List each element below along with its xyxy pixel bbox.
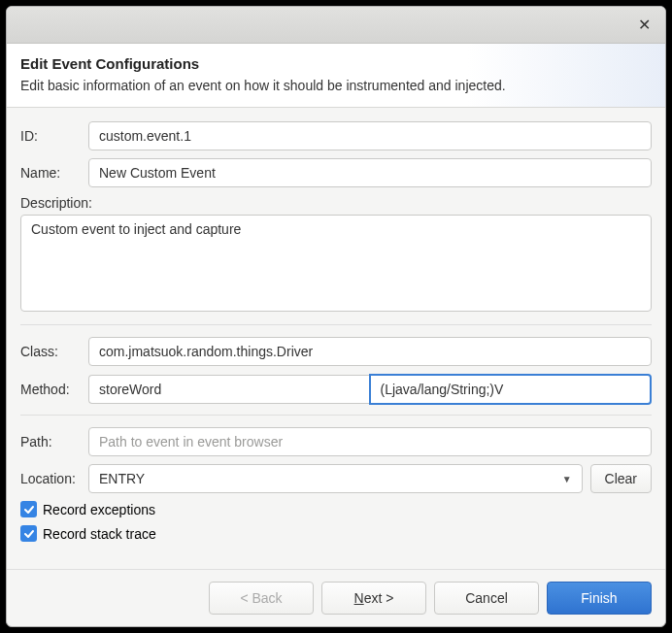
path-row: Path: bbox=[20, 427, 652, 456]
dialog-header: Edit Event Configurations Edit basic inf… bbox=[7, 44, 665, 108]
description-row: Description: Custom event to inject and … bbox=[20, 195, 652, 315]
next-button[interactable]: Next > bbox=[321, 582, 426, 615]
dialog-title: Edit Event Configurations bbox=[20, 55, 652, 72]
titlebar: ✕ bbox=[7, 7, 665, 44]
description-textarea[interactable]: Custom event to inject and capture bbox=[20, 215, 652, 312]
name-label: Name: bbox=[20, 165, 88, 181]
close-button[interactable]: ✕ bbox=[634, 16, 654, 35]
id-row: ID: bbox=[20, 121, 652, 150]
class-row: Class: bbox=[20, 337, 652, 366]
id-input[interactable] bbox=[88, 121, 652, 150]
record-stack-trace-row: Record stack trace bbox=[20, 525, 652, 542]
dialog-footer: < Back Next > Cancel Finish bbox=[7, 569, 665, 626]
divider bbox=[20, 415, 652, 416]
location-value: ENTRY bbox=[99, 471, 145, 486]
check-icon bbox=[23, 504, 35, 516]
record-exceptions-label: Record exceptions bbox=[43, 502, 155, 517]
name-row: Name: bbox=[20, 158, 652, 187]
divider bbox=[20, 324, 652, 325]
method-row: Method: bbox=[20, 374, 652, 405]
chevron-down-icon: ▼ bbox=[562, 474, 572, 484]
record-exceptions-checkbox[interactable] bbox=[20, 501, 37, 517]
method-label: Method: bbox=[20, 382, 88, 397]
record-exceptions-row: Record exceptions bbox=[20, 501, 652, 517]
location-select[interactable]: ENTRY ▼ bbox=[88, 464, 583, 493]
dialog-subtitle: Edit basic information of an event on ho… bbox=[20, 78, 652, 93]
dialog-content: ID: Name: Description: Custom event to i… bbox=[7, 108, 665, 569]
location-label: Location: bbox=[20, 471, 88, 486]
close-icon: ✕ bbox=[638, 16, 651, 34]
name-input[interactable] bbox=[88, 158, 652, 187]
back-button: < Back bbox=[209, 582, 314, 615]
dialog-window: ✕ Edit Event Configurations Edit basic i… bbox=[6, 6, 666, 627]
description-label: Description: bbox=[20, 195, 652, 211]
location-row: Location: ENTRY ▼ Clear bbox=[20, 464, 652, 493]
cancel-button[interactable]: Cancel bbox=[434, 582, 539, 615]
class-input[interactable] bbox=[88, 337, 652, 366]
check-icon bbox=[23, 528, 35, 540]
method-signature-input[interactable] bbox=[369, 374, 653, 405]
record-stack-trace-label: Record stack trace bbox=[43, 526, 156, 542]
clear-button[interactable]: Clear bbox=[590, 464, 652, 493]
method-name-input[interactable] bbox=[88, 375, 369, 404]
path-label: Path: bbox=[20, 434, 88, 450]
class-label: Class: bbox=[20, 344, 88, 359]
id-label: ID: bbox=[20, 128, 88, 144]
path-input[interactable] bbox=[88, 427, 652, 456]
finish-button[interactable]: Finish bbox=[547, 582, 652, 615]
record-stack-trace-checkbox[interactable] bbox=[20, 525, 37, 542]
